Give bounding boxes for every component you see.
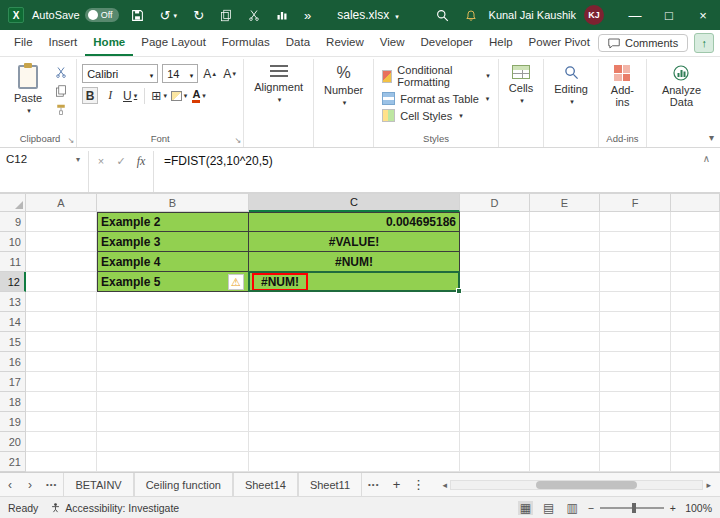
row-header-12[interactable]: 12: [0, 272, 26, 292]
cut-icon[interactable]: [51, 64, 71, 80]
sheet-tab-sheet11[interactable]: Sheet11: [298, 473, 362, 496]
cell-F9[interactable]: [600, 212, 671, 232]
copy-small-icon[interactable]: [51, 83, 71, 99]
row-header-14[interactable]: 14: [0, 312, 26, 332]
cell-F16[interactable]: [600, 352, 671, 372]
fill-handle[interactable]: [456, 288, 462, 294]
menu-tab-review[interactable]: Review: [318, 30, 372, 56]
toolbar-overflow-icon[interactable]: »: [300, 7, 315, 24]
next-sheet-icon[interactable]: ›: [20, 473, 40, 496]
enter-icon[interactable]: ✓: [111, 151, 131, 171]
font-dialog-launcher-icon[interactable]: ↘: [234, 136, 241, 145]
cell-C12[interactable]: #NUM!: [249, 272, 460, 292]
file-name[interactable]: sales.xlsx: [337, 8, 389, 22]
cell-A15[interactable]: [26, 332, 97, 352]
cell-A18[interactable]: [26, 392, 97, 412]
cell-F14[interactable]: [600, 312, 671, 332]
redo-icon[interactable]: ↻: [189, 7, 208, 24]
column-header-B[interactable]: B: [97, 194, 249, 212]
cell-D20[interactable]: [460, 432, 530, 452]
autosave-toggle[interactable]: Off: [85, 8, 119, 22]
cell-E16[interactable]: [530, 352, 600, 372]
row-header-11[interactable]: 11: [0, 252, 26, 272]
sheet-tab-ceiling-function[interactable]: Ceiling function: [134, 473, 233, 496]
row-header-17[interactable]: 17: [0, 372, 26, 392]
cell-B20[interactable]: [97, 432, 249, 452]
menu-tab-insert[interactable]: Insert: [41, 30, 86, 56]
increase-font-size-button[interactable]: A▲: [202, 65, 218, 82]
error-checking-button[interactable]: ⚠: [228, 274, 244, 290]
cell-C19[interactable]: [249, 412, 460, 432]
column-header-E[interactable]: E: [530, 194, 600, 212]
cell-E17[interactable]: [530, 372, 600, 392]
cell-A13[interactable]: [26, 292, 97, 312]
cell-E21[interactable]: [530, 452, 600, 472]
more-sheets-right-icon[interactable]: •••: [362, 473, 385, 496]
page-break-view-icon[interactable]: ▥: [564, 501, 579, 515]
cell-E13[interactable]: [530, 292, 600, 312]
cell-A20[interactable]: [26, 432, 97, 452]
borders-button[interactable]: ⊞: [151, 87, 167, 104]
cell-C21[interactable]: [249, 452, 460, 472]
cell-D9[interactable]: [460, 212, 530, 232]
font-name-combo[interactable]: Calibri: [82, 64, 158, 83]
cell-F21[interactable]: [600, 452, 671, 472]
undo-icon[interactable]: ↺: [156, 7, 181, 24]
format-painter-icon[interactable]: [51, 102, 71, 118]
normal-view-icon[interactable]: ▦: [518, 501, 533, 515]
close-button[interactable]: ×: [686, 0, 720, 30]
cell-F12[interactable]: [600, 272, 671, 292]
bold-button[interactable]: B: [82, 87, 98, 104]
cell-D18[interactable]: [460, 392, 530, 412]
page-layout-view-icon[interactable]: ▤: [541, 501, 556, 515]
clipboard-dialog-launcher-icon[interactable]: ↘: [67, 136, 74, 145]
row-header-15[interactable]: 15: [0, 332, 26, 352]
comments-button[interactable]: Comments: [598, 34, 688, 52]
cell-B16[interactable]: [97, 352, 249, 372]
cell-D16[interactable]: [460, 352, 530, 372]
chart-icon[interactable]: [272, 7, 292, 23]
sheet-tab-sheet14[interactable]: Sheet14: [233, 473, 298, 496]
zoom-slider-thumb[interactable]: [632, 503, 636, 513]
save-icon[interactable]: [127, 7, 148, 24]
user-name[interactable]: Kunal Jai Kaushik: [489, 9, 576, 21]
underline-button[interactable]: U: [122, 87, 138, 104]
cell-D12[interactable]: [460, 272, 530, 292]
cell-E9[interactable]: [530, 212, 600, 232]
new-sheet-button[interactable]: +: [385, 473, 407, 496]
row-header-18[interactable]: 18: [0, 392, 26, 412]
cell-B21[interactable]: [97, 452, 249, 472]
cell-C15[interactable]: [249, 332, 460, 352]
menu-tab-home[interactable]: Home: [85, 30, 133, 56]
cell-D10[interactable]: [460, 232, 530, 252]
scissors-icon[interactable]: [244, 7, 264, 23]
menu-tab-formulas[interactable]: Formulas: [214, 30, 278, 56]
column-header-D[interactable]: D: [460, 194, 530, 212]
cell-B12[interactable]: Example 5⚠: [97, 272, 249, 292]
cell-B15[interactable]: [97, 332, 249, 352]
sheet-options-icon[interactable]: ⋮: [407, 473, 429, 496]
column-header-C[interactable]: C: [249, 194, 460, 212]
minimize-button[interactable]: —: [618, 0, 652, 30]
cell-B9[interactable]: Example 2: [97, 212, 249, 232]
cell-F18[interactable]: [600, 392, 671, 412]
paste-button[interactable]: Paste: [9, 61, 47, 117]
cell-C11[interactable]: #NUM!: [249, 252, 460, 272]
menu-tab-data[interactable]: Data: [278, 30, 318, 56]
scrollbar-track[interactable]: [450, 480, 703, 490]
font-size-combo[interactable]: 14: [162, 64, 198, 83]
more-sheets-left-icon[interactable]: •••: [40, 473, 63, 496]
cell-B17[interactable]: [97, 372, 249, 392]
scrollbar-thumb[interactable]: [536, 481, 637, 489]
search-icon[interactable]: [432, 7, 453, 24]
share-button[interactable]: ↑: [694, 33, 714, 53]
cell-C9[interactable]: 0.004695186: [249, 212, 460, 232]
cell-B13[interactable]: [97, 292, 249, 312]
cell-E11[interactable]: [530, 252, 600, 272]
column-header-F[interactable]: F: [600, 194, 671, 212]
cell-C18[interactable]: [249, 392, 460, 412]
cell-D11[interactable]: [460, 252, 530, 272]
cell-A10[interactable]: [26, 232, 97, 252]
row-header-16[interactable]: 16: [0, 352, 26, 372]
horizontal-scrollbar[interactable]: ◂ ▸: [439, 478, 714, 491]
